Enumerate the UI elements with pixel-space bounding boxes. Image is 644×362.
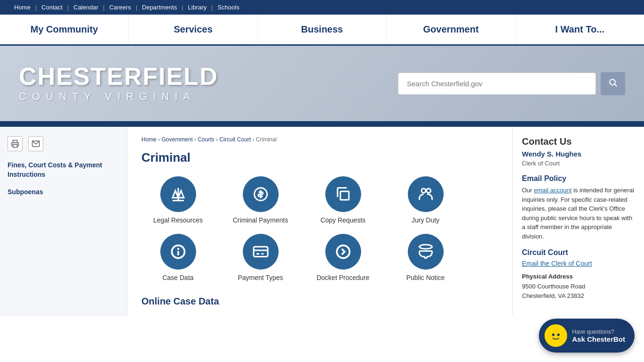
nav-departments[interactable]: Departments bbox=[137, 4, 182, 11]
icon-item-legal-resources[interactable]: Legal Resources bbox=[141, 176, 215, 224]
docket-procedure-label: Docket Procedure bbox=[316, 273, 369, 282]
copy-requests-label: Copy Requests bbox=[321, 216, 366, 224]
breadcrumb: Home › Government › Courts › Circuit Cou… bbox=[141, 136, 498, 143]
search-icon bbox=[608, 78, 618, 87]
nav-government[interactable]: Government bbox=[387, 15, 515, 44]
criminal-payments-icon-circle bbox=[243, 176, 279, 212]
icon-item-criminal-payments[interactable]: Criminal Payments bbox=[224, 176, 297, 224]
nav-calendar[interactable]: Calendar bbox=[69, 4, 103, 11]
copy-icon bbox=[335, 186, 352, 203]
hero-section: CHESTERFIELD COUNTY VIRGINIA bbox=[0, 46, 644, 121]
email-account-link[interactable]: email account bbox=[534, 187, 571, 194]
nav-services[interactable]: Services bbox=[129, 15, 257, 44]
email-clerk-link[interactable]: Email the Clerk of Court bbox=[522, 260, 592, 267]
legal-resources-label: Legal Resources bbox=[153, 216, 203, 224]
icon-item-public-notice[interactable]: Public Notice bbox=[389, 234, 462, 282]
nav-schools[interactable]: Schools bbox=[213, 4, 244, 11]
search-area bbox=[398, 72, 625, 95]
main-navigation: My Community Services Business Governmen… bbox=[0, 15, 644, 46]
print-icon[interactable] bbox=[8, 136, 23, 151]
arrow-icon bbox=[335, 243, 352, 260]
icon-item-case-data[interactable]: Case Data bbox=[141, 234, 215, 282]
svg-point-17 bbox=[419, 245, 432, 249]
svg-point-0 bbox=[610, 79, 615, 85]
info-icon bbox=[170, 243, 187, 260]
svg-point-7 bbox=[421, 189, 426, 193]
criminal-payments-label: Criminal Payments bbox=[233, 216, 288, 224]
breadcrumb-home[interactable]: Home bbox=[141, 136, 157, 143]
payment-types-label: Payment Types bbox=[238, 273, 283, 282]
logo: CHESTERFIELD COUNTY VIRGINIA bbox=[19, 64, 218, 103]
case-data-icon-circle bbox=[160, 234, 196, 270]
blue-divider bbox=[0, 121, 644, 127]
email-policy-text: Our email account is intended for genera… bbox=[522, 186, 635, 241]
email-icon[interactable] bbox=[28, 136, 43, 151]
breadcrumb-sep-1: › bbox=[158, 136, 161, 143]
contact-name: Wendy S. Hughes bbox=[522, 150, 635, 158]
left-sidebar: Fines, Court Costs & Payment Instruction… bbox=[0, 127, 127, 316]
contact-us-title: Contact Us bbox=[522, 136, 635, 147]
icon-item-copy-requests[interactable]: Copy Requests bbox=[306, 176, 380, 224]
circuit-court-title: Circuit Court bbox=[522, 248, 635, 257]
address-line1: 9500 Courthouse Road bbox=[522, 282, 635, 291]
nav-contact[interactable]: Contact bbox=[37, 4, 67, 11]
docket-procedure-icon-circle bbox=[325, 234, 361, 270]
svg-rect-6 bbox=[340, 191, 349, 200]
icon-item-docket-procedure[interactable]: Docket Procedure bbox=[306, 234, 380, 282]
case-data-label: Case Data bbox=[162, 273, 193, 282]
physical-address-title: Physical Address bbox=[522, 273, 635, 280]
email-policy-body: is intended for general inquiries only. … bbox=[522, 187, 634, 240]
public-notice-label: Public Notice bbox=[406, 273, 445, 282]
address-line2: Chesterfield, VA 23832 bbox=[522, 291, 635, 301]
nav-business[interactable]: Business bbox=[258, 15, 387, 44]
page-title: Criminal bbox=[141, 150, 498, 165]
right-sidebar: Contact Us Wendy S. Hughes Clerk of Cour… bbox=[512, 127, 644, 316]
people-icon bbox=[417, 186, 434, 203]
email-policy-title: Email Policy bbox=[522, 174, 635, 183]
svg-rect-2 bbox=[13, 145, 17, 148]
search-input[interactable] bbox=[398, 73, 596, 95]
payment-types-icon-circle bbox=[243, 234, 279, 270]
breadcrumb-government[interactable]: Government bbox=[162, 136, 193, 143]
nav-careers[interactable]: Careers bbox=[105, 4, 136, 11]
icon-item-payment-types[interactable]: Payment Types bbox=[224, 234, 297, 282]
circuit-court-section: Circuit Court Email the Clerk of Court P… bbox=[522, 248, 635, 300]
svg-point-16 bbox=[337, 246, 349, 258]
logo-chesterfield: CHESTERFIELD bbox=[19, 64, 218, 89]
breadcrumb-sep-4: › bbox=[252, 136, 256, 143]
card-icon bbox=[252, 243, 269, 260]
public-notice-icon-circle bbox=[408, 234, 444, 270]
dollar-icon bbox=[252, 186, 269, 203]
sidebar-link-subpoenas[interactable]: Subpoenas bbox=[8, 188, 119, 197]
svg-line-1 bbox=[615, 84, 617, 86]
logo-county-virginia: COUNTY VIRGINIA bbox=[19, 90, 218, 103]
breadcrumb-circuit-court[interactable]: Circuit Court bbox=[219, 136, 251, 143]
svg-point-8 bbox=[426, 189, 430, 193]
nav-my-community[interactable]: My Community bbox=[0, 15, 129, 44]
contact-role: Clerk of Court bbox=[522, 160, 635, 167]
nav-home[interactable]: Home bbox=[9, 4, 35, 11]
nav-library[interactable]: Library bbox=[183, 4, 212, 11]
legal-resources-icon-circle bbox=[160, 176, 196, 212]
main-content: Home › Government › Courts › Circuit Cou… bbox=[127, 127, 512, 316]
breadcrumb-current: Criminal bbox=[256, 136, 277, 143]
online-case-data-title: Online Case Data bbox=[141, 296, 498, 307]
icon-grid: Legal Resources Criminal Payments bbox=[141, 176, 462, 282]
icon-item-jury-duty[interactable]: Jury Duty bbox=[389, 176, 462, 224]
megaphone-icon bbox=[417, 243, 434, 260]
breadcrumb-courts[interactable]: Courts bbox=[198, 136, 214, 143]
jury-duty-icon-circle bbox=[408, 176, 444, 212]
sidebar-link-fines[interactable]: Fines, Court Costs & Payment Instruction… bbox=[8, 161, 119, 179]
content-wrapper: Fines, Court Costs & Payment Instruction… bbox=[0, 127, 644, 316]
top-navigation: Home | Contact | Calendar | Careers | De… bbox=[0, 0, 644, 15]
svg-rect-12 bbox=[254, 247, 268, 257]
scales-icon bbox=[170, 186, 187, 203]
sidebar-icon-row bbox=[8, 136, 119, 151]
nav-i-want-to[interactable]: I Want To... bbox=[516, 15, 644, 44]
search-button[interactable] bbox=[601, 72, 625, 95]
copy-requests-icon-circle bbox=[325, 176, 361, 212]
jury-duty-label: Jury Duty bbox=[412, 216, 439, 224]
